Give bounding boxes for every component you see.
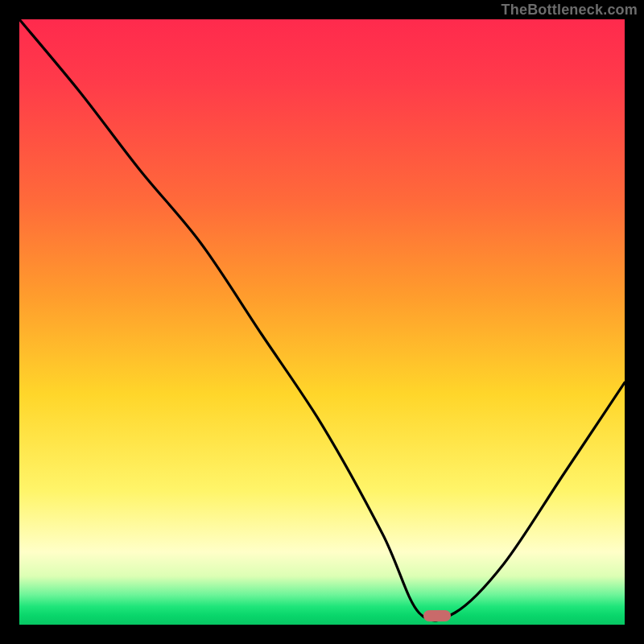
optimum-marker xyxy=(423,610,451,621)
curve-svg xyxy=(19,19,625,625)
watermark-text: TheBottleneck.com xyxy=(502,2,638,19)
chart-frame: TheBottleneck.com xyxy=(0,0,644,644)
plot-area xyxy=(19,19,625,625)
bottleneck-curve-path xyxy=(19,19,625,621)
